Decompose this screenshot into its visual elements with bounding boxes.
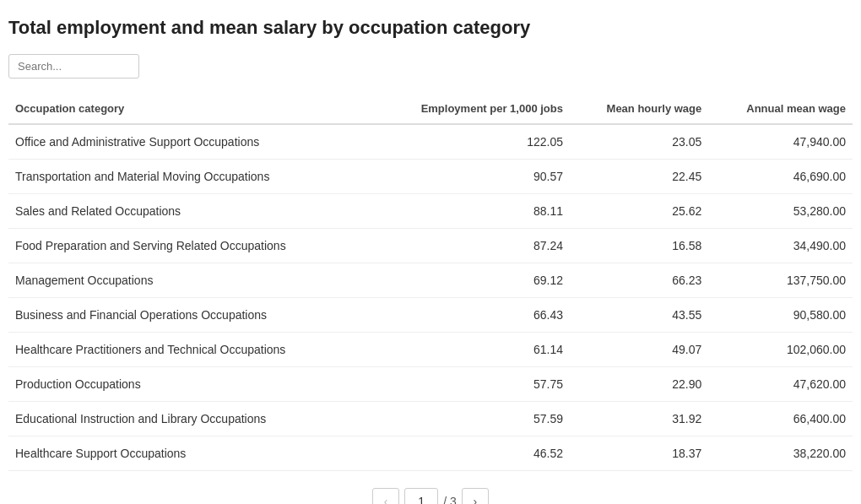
header-row: Occupation category Employment per 1,000… (8, 94, 853, 124)
table-row: Healthcare Practitioners and Technical O… (8, 333, 853, 367)
cell-employment: 88.11 (371, 194, 570, 229)
table-row: Transportation and Material Moving Occup… (8, 160, 853, 194)
table-header: Occupation category Employment per 1,000… (8, 94, 853, 124)
pagination: ‹ / 3 › (8, 488, 853, 504)
page-title: Total employment and mean salary by occu… (8, 17, 853, 39)
table-row: Management Occupations69.1266.23137,750.… (8, 263, 853, 298)
search-input[interactable] (8, 54, 139, 79)
cell-hourly: 16.58 (570, 229, 708, 263)
cell-annual: 34,490.00 (708, 229, 853, 263)
cell-occupation: Office and Administrative Support Occupa… (8, 124, 371, 160)
cell-employment: 69.12 (371, 263, 570, 298)
page-total: / 3 (443, 495, 457, 504)
cell-annual: 46,690.00 (708, 160, 853, 194)
cell-annual: 102,060.00 (708, 333, 853, 367)
col-hourly: Mean hourly wage (570, 94, 708, 124)
cell-occupation: Healthcare Support Occupations (8, 436, 371, 471)
cell-hourly: 49.07 (570, 333, 708, 367)
cell-employment: 90.57 (371, 160, 570, 194)
cell-annual: 90,580.00 (708, 298, 853, 333)
cell-hourly: 66.23 (570, 263, 708, 298)
search-container (8, 54, 853, 79)
table-row: Business and Financial Operations Occupa… (8, 298, 853, 333)
table-body: Office and Administrative Support Occupa… (8, 124, 853, 471)
cell-occupation: Food Preparation and Serving Related Occ… (8, 229, 371, 263)
cell-employment: 57.59 (371, 402, 570, 436)
cell-occupation: Business and Financial Operations Occupa… (8, 298, 371, 333)
prev-page-button[interactable]: ‹ (372, 488, 399, 504)
table-row: Food Preparation and Serving Related Occ… (8, 229, 853, 263)
cell-employment: 57.75 (371, 367, 570, 402)
cell-occupation: Healthcare Practitioners and Technical O… (8, 333, 371, 367)
table-row: Educational Instruction and Library Occu… (8, 402, 853, 436)
cell-occupation: Educational Instruction and Library Occu… (8, 402, 371, 436)
cell-annual: 66,400.00 (708, 402, 853, 436)
cell-annual: 47,940.00 (708, 124, 853, 160)
cell-annual: 47,620.00 (708, 367, 853, 402)
cell-employment: 61.14 (371, 333, 570, 367)
cell-occupation: Sales and Related Occupations (8, 194, 371, 229)
cell-annual: 38,220.00 (708, 436, 853, 471)
table-row: Healthcare Support Occupations46.5218.37… (8, 436, 853, 471)
cell-hourly: 23.05 (570, 124, 708, 160)
occupation-table: Occupation category Employment per 1,000… (8, 94, 853, 471)
cell-occupation: Production Occupations (8, 367, 371, 402)
cell-employment: 87.24 (371, 229, 570, 263)
cell-occupation: Management Occupations (8, 263, 371, 298)
table-row: Production Occupations57.7522.9047,620.0… (8, 367, 853, 402)
table-row: Office and Administrative Support Occupa… (8, 124, 853, 160)
cell-hourly: 22.90 (570, 367, 708, 402)
table-row: Sales and Related Occupations88.1125.625… (8, 194, 853, 229)
col-employment: Employment per 1,000 jobs (371, 94, 570, 124)
cell-employment: 46.52 (371, 436, 570, 471)
next-page-button[interactable]: › (462, 488, 489, 504)
cell-hourly: 25.62 (570, 194, 708, 229)
cell-annual: 53,280.00 (708, 194, 853, 229)
cell-employment: 66.43 (371, 298, 570, 333)
cell-annual: 137,750.00 (708, 263, 853, 298)
cell-employment: 122.05 (371, 124, 570, 160)
page-number-input[interactable] (404, 488, 438, 504)
cell-hourly: 43.55 (570, 298, 708, 333)
col-annual: Annual mean wage (708, 94, 853, 124)
cell-occupation: Transportation and Material Moving Occup… (8, 160, 371, 194)
col-occupation: Occupation category (8, 94, 371, 124)
cell-hourly: 31.92 (570, 402, 708, 436)
cell-hourly: 18.37 (570, 436, 708, 471)
cell-hourly: 22.45 (570, 160, 708, 194)
